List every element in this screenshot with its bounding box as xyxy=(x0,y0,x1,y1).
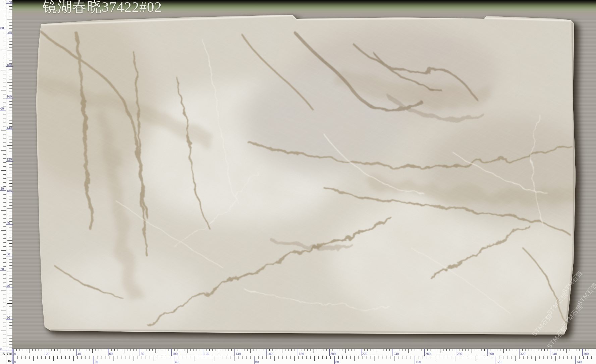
svg-text:40: 40 xyxy=(7,284,10,288)
svg-text:80: 80 xyxy=(0,26,4,30)
svg-text:280: 280 xyxy=(457,352,462,356)
svg-text:140: 140 xyxy=(576,360,582,364)
svg-text:40: 40 xyxy=(0,187,4,190)
svg-text:100: 100 xyxy=(172,352,178,356)
svg-text:60: 60 xyxy=(255,360,259,364)
svg-text:260: 260 xyxy=(425,352,431,356)
slab-photo-shadow xyxy=(35,13,576,335)
svg-text:180: 180 xyxy=(7,63,12,67)
svg-text:80: 80 xyxy=(141,352,145,356)
svg-text:360: 360 xyxy=(583,352,589,356)
svg-text:60: 60 xyxy=(7,252,10,256)
svg-text:200: 200 xyxy=(330,352,336,356)
svg-text:160: 160 xyxy=(267,352,273,356)
svg-text:20: 20 xyxy=(7,316,10,319)
svg-text:IN: IN xyxy=(8,359,12,363)
svg-text:20: 20 xyxy=(95,360,98,364)
svg-text:CM: CM xyxy=(7,352,13,356)
svg-text:40: 40 xyxy=(175,360,178,364)
svg-text:IN: IN xyxy=(1,352,5,356)
svg-text:80: 80 xyxy=(7,221,10,225)
svg-text:20: 20 xyxy=(46,352,50,356)
svg-text:60: 60 xyxy=(0,107,4,110)
ruler-bottom: 0204060801001201401601802002202402602803… xyxy=(0,349,596,364)
svg-text:120: 120 xyxy=(496,360,501,364)
svg-text:100: 100 xyxy=(416,360,421,364)
svg-text:220: 220 xyxy=(7,0,12,4)
svg-text:40: 40 xyxy=(77,352,81,356)
slab-photo xyxy=(35,13,576,335)
svg-text:200: 200 xyxy=(7,31,12,35)
background-streak-line xyxy=(12,336,596,336)
svg-text:180: 180 xyxy=(299,352,304,356)
svg-text:20: 20 xyxy=(0,267,4,271)
svg-text:0: 0 xyxy=(7,347,8,351)
svg-text:160: 160 xyxy=(7,95,12,98)
page-title: 镜湖春晓37422#02 xyxy=(43,0,162,17)
svg-text:120: 120 xyxy=(7,158,12,161)
svg-text:140: 140 xyxy=(7,126,12,130)
svg-text:120: 120 xyxy=(204,352,209,356)
svg-text:340: 340 xyxy=(552,352,557,356)
svg-text:220: 220 xyxy=(362,352,367,356)
svg-text:60: 60 xyxy=(109,352,113,356)
marble-texture xyxy=(35,13,576,335)
background-bottom-shading xyxy=(12,338,596,349)
svg-text:0: 0 xyxy=(0,347,2,351)
marble-grain-overlay xyxy=(35,13,576,335)
svg-text:240: 240 xyxy=(394,352,399,356)
svg-text:100: 100 xyxy=(7,189,12,193)
svg-text:320: 320 xyxy=(520,352,526,356)
svg-text:300: 300 xyxy=(488,352,494,356)
svg-text:140: 140 xyxy=(235,352,241,356)
ruler-left: 020406080020406080100120140160180200220I… xyxy=(0,0,15,364)
slab-scan-viewer: 镜湖春晓37422#02 xyxy=(0,0,596,364)
svg-text:80: 80 xyxy=(335,360,339,364)
